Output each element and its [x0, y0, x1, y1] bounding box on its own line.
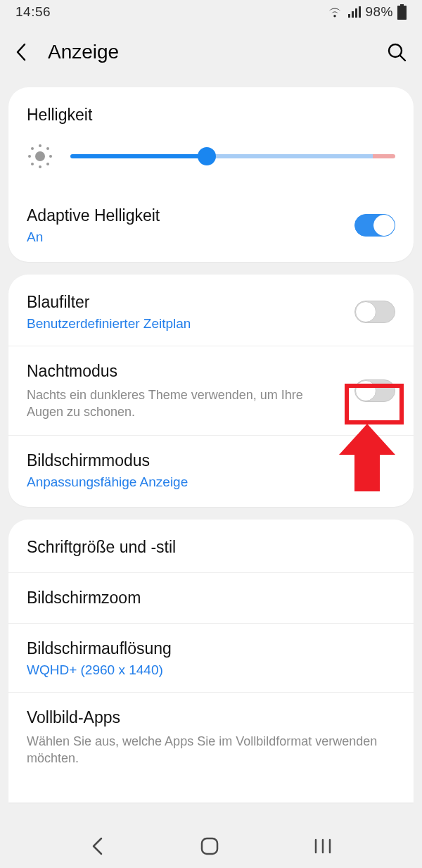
fullscreen-sub: Wählen Sie aus, welche Apps Sie im Vollb… [27, 733, 395, 767]
brightness-icon [27, 143, 53, 170]
zoom-row[interactable]: Bildschirmzoom [8, 572, 414, 623]
status-battery-pct: 98% [365, 4, 393, 20]
adaptive-brightness-toggle[interactable] [354, 214, 395, 237]
search-button[interactable] [383, 42, 407, 62]
font-row[interactable]: Schriftgröße und -stil [8, 522, 414, 572]
bluefilter-sub: Benutzerdefinierter Zeitplan [27, 316, 342, 332]
nightmode-sub: Nachts ein dunkleres Theme verwenden, um… [27, 386, 342, 421]
font-title: Schriftgröße und -stil [27, 536, 395, 558]
adaptive-title: Adaptive Helligkeit [27, 205, 342, 227]
screenmode-title: Bildschirmmodus [27, 450, 395, 472]
nav-back-button[interactable] [89, 836, 106, 856]
card-display-size: Schriftgröße und -stil Bildschirmzoom Bi… [8, 520, 414, 803]
svg-rect-2 [202, 838, 217, 854]
brightness-slider-row [8, 126, 414, 191]
zoom-title: Bildschirmzoom [27, 587, 395, 609]
brightness-heading-row: Helligkeit [8, 90, 414, 126]
resolution-title: Bildschirmauflösung [27, 638, 395, 660]
nav-home-icon [200, 836, 219, 856]
svg-line-1 [400, 56, 405, 61]
wifi-icon [327, 6, 343, 18]
search-icon [387, 42, 407, 62]
bluefilter-toggle[interactable] [354, 301, 395, 323]
back-button[interactable] [15, 43, 39, 61]
nightmode-row[interactable]: Nachtmodus Nachts ein dunkleres Theme ve… [8, 346, 414, 435]
card-brightness: Helligkeit Adaptive Helligkeit An [8, 87, 414, 262]
page-title: Anzeige [48, 41, 383, 63]
nav-recents-button[interactable] [313, 838, 333, 855]
header: Anzeige [0, 24, 422, 80]
bluefilter-title: Blaufilter [27, 291, 342, 313]
status-bar: 14:56 98% [0, 0, 422, 24]
nightmode-title: Nachtmodus [27, 360, 342, 382]
chevron-left-icon [15, 43, 27, 61]
brightness-heading: Helligkeit [27, 104, 395, 126]
fullscreen-row[interactable]: Vollbild-Apps Wählen Sie aus, welche App… [8, 692, 414, 781]
nav-home-button[interactable] [200, 836, 219, 856]
adaptive-brightness-row[interactable]: Adaptive Helligkeit An [8, 191, 414, 259]
adaptive-state: An [27, 229, 342, 245]
nav-bar [0, 824, 422, 868]
card-display-modes: Blaufilter Benutzerdefinierter Zeitplan … [8, 275, 414, 507]
brightness-slider-thumb[interactable] [198, 147, 216, 165]
signal-icon [347, 6, 361, 18]
bluefilter-row[interactable]: Blaufilter Benutzerdefinierter Zeitplan [8, 277, 414, 346]
status-time: 14:56 [15, 4, 51, 20]
brightness-slider[interactable] [70, 154, 395, 158]
screenmode-sub: Anpassungsfähige Anzeige [27, 474, 395, 490]
nightmode-toggle[interactable] [354, 379, 395, 402]
screenmode-row[interactable]: Bildschirmmodus Anpassungsfähige Anzeige [8, 435, 414, 504]
nav-back-icon [89, 836, 106, 856]
resolution-row[interactable]: Bildschirmauflösung WQHD+ (2960 x 1440) [8, 623, 414, 692]
resolution-sub: WQHD+ (2960 x 1440) [27, 662, 395, 678]
status-right: 98% [327, 4, 407, 20]
battery-icon [397, 4, 407, 20]
nav-recents-icon [313, 838, 333, 855]
fullscreen-title: Vollbild-Apps [27, 707, 395, 729]
